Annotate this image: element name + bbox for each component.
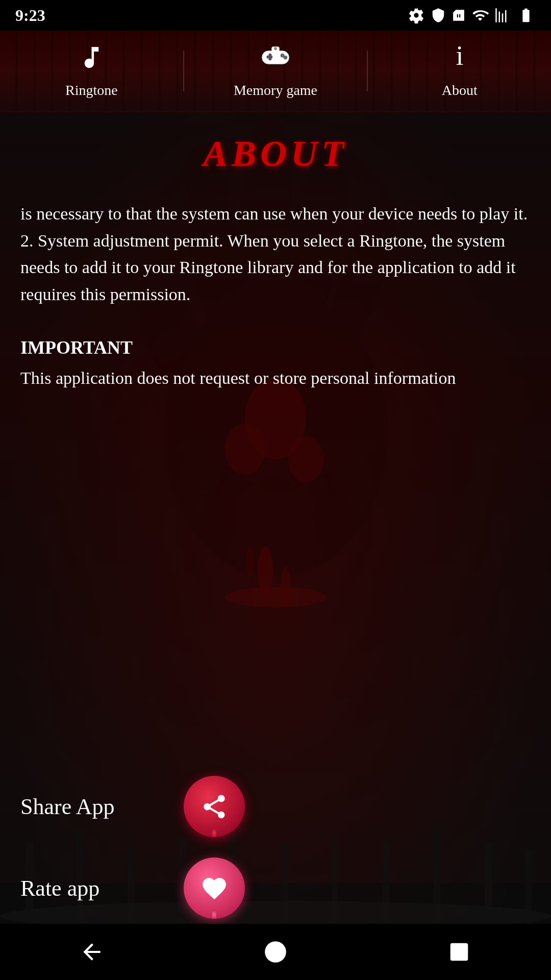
nav-item-memory-game[interactable]: Memory game	[184, 38, 367, 104]
status-bar: 9:23	[0, 0, 551, 31]
about-body-text: is necessary to that the system can use …	[20, 201, 531, 308]
nav-item-ringtone[interactable]: Ringtone	[0, 38, 183, 104]
svg-rect-36	[450, 943, 468, 961]
svg-rect-16	[268, 54, 271, 61]
bottom-navigation	[0, 924, 551, 980]
gamepad-icon	[260, 43, 291, 78]
signal-icon	[495, 7, 510, 23]
important-section: IMPORTANT This application does not requ…	[20, 334, 531, 391]
home-button[interactable]	[255, 932, 296, 972]
important-label: IMPORTANT	[20, 334, 531, 362]
svg-point-20	[274, 47, 277, 50]
shield-icon	[431, 7, 446, 23]
share-app-button[interactable]	[184, 776, 245, 837]
nav-item-about[interactable]: i About	[368, 38, 551, 104]
top-navigation: Ringtone Memory game i	[0, 31, 551, 112]
status-left: 9:23	[15, 6, 45, 25]
rate-app-row: Rate app	[20, 857, 531, 919]
memory-game-label: Memory game	[234, 82, 317, 99]
music-note-icon	[78, 43, 106, 78]
svg-point-18	[284, 56, 288, 60]
status-right	[408, 7, 536, 23]
rate-app-label: Rate app	[20, 875, 163, 901]
about-body-content: is necessary to that the system can use …	[20, 204, 528, 304]
svg-text:i: i	[456, 43, 463, 71]
important-text: This application does not request or sto…	[20, 369, 456, 387]
svg-point-35	[265, 941, 286, 963]
rate-app-button[interactable]	[184, 857, 245, 919]
sim-icon	[452, 7, 465, 23]
back-button[interactable]	[71, 932, 112, 972]
ringtone-label: Ringtone	[65, 82, 118, 99]
about-label: About	[442, 82, 478, 99]
share-app-label: Share App	[20, 794, 163, 820]
wifi-icon	[471, 7, 489, 23]
actions-section: Share App Rate app	[0, 776, 551, 919]
about-title: ABOUT	[20, 133, 531, 175]
status-time: 9:23	[15, 6, 45, 25]
settings-icon	[408, 7, 424, 23]
battery-icon	[516, 7, 536, 23]
recents-button[interactable]	[439, 932, 480, 972]
share-app-row: Share App	[20, 776, 531, 837]
info-icon: i	[447, 43, 472, 78]
